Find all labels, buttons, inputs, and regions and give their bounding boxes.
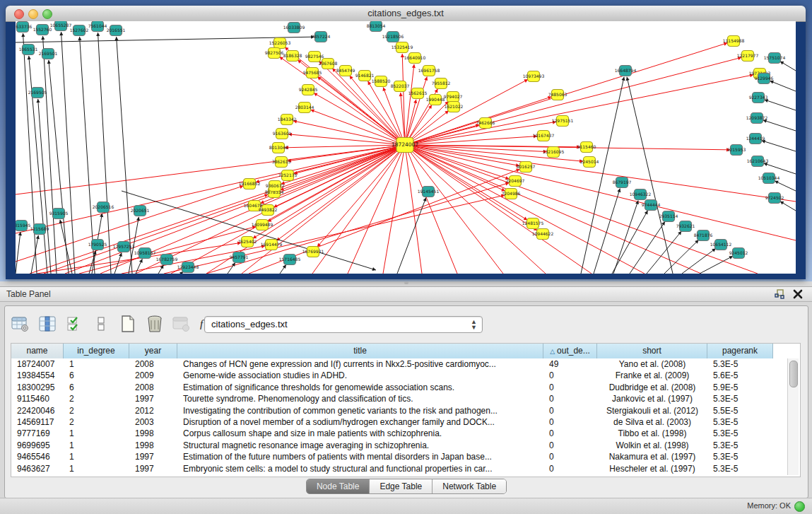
table-row[interactable]: 946554611997Estimation of the future num…: [11, 451, 776, 462]
graph-node[interactable]: 7561044: [88, 21, 107, 32]
black-edge[interactable]: [117, 37, 132, 274]
graph-node[interactable]: 10654112: [710, 240, 732, 250]
graph-node[interactable]: 8454749: [336, 66, 355, 76]
column-header-out-de-[interactable]: △out_de...: [543, 344, 597, 358]
black-edge[interactable]: [49, 60, 69, 274]
black-edge[interactable]: [762, 141, 796, 151]
column-header-short[interactable]: short: [597, 344, 707, 358]
delete-table-icon[interactable]: [145, 314, 165, 334]
graph-node[interactable]: 1527602: [70, 25, 89, 36]
graph-node[interactable]: 13216095: [543, 147, 565, 158]
graph-node[interactable]: 10167437: [533, 131, 555, 141]
red-edge[interactable]: [16, 145, 405, 233]
red-edge[interactable]: [405, 136, 537, 145]
graph-node[interactable]: 2016551: [107, 25, 126, 36]
graph-node[interactable]: 12093872: [746, 113, 768, 124]
black-edge[interactable]: [397, 197, 426, 274]
red-edge[interactable]: [30, 145, 405, 274]
graph-node[interactable]: 9227343: [749, 93, 768, 103]
graph-node[interactable]: 2204697: [506, 176, 525, 187]
graph-node[interactable]: 10958187: [134, 248, 156, 259]
graph-node[interactable]: 2020651: [131, 206, 150, 216]
network-window[interactable]: citations_edges.txt 18724007152260539827…: [6, 6, 806, 279]
graph-node[interactable]: 15716485: [279, 255, 301, 265]
rows-icon[interactable]: [91, 314, 111, 334]
graph-node[interactable]: 8471876: [694, 230, 713, 241]
graph-node[interactable]: 9827506: [265, 48, 284, 59]
graph-node[interactable]: 16914479: [261, 240, 283, 250]
graph-node[interactable]: 9163601: [273, 129, 292, 139]
red-edge[interactable]: [288, 134, 405, 145]
red-edge[interactable]: [281, 145, 405, 184]
graph-node[interactable]: 7955812: [432, 78, 451, 89]
table-scrollbar-thumb[interactable]: [789, 361, 798, 387]
red-edge[interactable]: [405, 145, 592, 274]
red-edge[interactable]: [383, 145, 405, 274]
graph-node[interactable]: 12923448: [177, 262, 199, 273]
graph-node[interactable]: 9457791: [230, 252, 249, 263]
column-header-pagerank[interactable]: pagerank: [707, 344, 773, 358]
graph-node[interactable]: 10655287: [50, 21, 72, 31]
tab-node-table[interactable]: Node Table: [307, 479, 370, 493]
column-header-name[interactable]: name: [11, 344, 64, 358]
table-row[interactable]: 911546021997Tourette syndrome. Phenomeno…: [11, 393, 776, 404]
graph-node[interactable]: 2633736: [16, 22, 33, 33]
table-row[interactable]: 946362711997Embryonic stem cells: a mode…: [11, 463, 776, 474]
graph-node[interactable]: 1588520: [372, 76, 391, 87]
graph-node[interactable]: 8813054: [367, 21, 386, 32]
graph-node[interactable]: 8522037: [391, 81, 410, 92]
graph-node[interactable]: 1065531: [19, 45, 38, 55]
graph-node[interactable]: 2169501: [39, 49, 58, 59]
graph-node[interactable]: 20206516: [93, 202, 114, 213]
graph-node[interactable]: 3862615: [272, 157, 291, 168]
graph-node[interactable]: 1552760: [33, 25, 52, 35]
graph-node[interactable]: 1244419: [746, 134, 765, 144]
red-edge[interactable]: [206, 183, 509, 274]
graph-node[interactable]: 9215953: [727, 145, 746, 156]
table-row[interactable]: 1830029562008Estimation of significance …: [11, 382, 776, 393]
graph-node[interactable]: 12975151: [552, 116, 574, 127]
black-edge[interactable]: [630, 221, 665, 274]
red-edge[interactable]: [294, 145, 405, 174]
select-all-icon[interactable]: [64, 314, 84, 334]
table-row[interactable]: 969969511998Structural magnetic resonanc…: [11, 440, 776, 451]
graph-node[interactable]: 7462666: [476, 118, 495, 129]
graph-node[interactable]: 7252175: [278, 170, 298, 181]
black-edge[interactable]: [612, 211, 648, 274]
table-row[interactable]: 1938455462009Genome-wide association stu…: [11, 370, 776, 381]
black-edge[interactable]: [763, 120, 796, 131]
split-pane-handle[interactable]: [404, 281, 408, 284]
show-columns-icon[interactable]: [37, 314, 57, 334]
graph-node[interactable]: 2803144: [295, 103, 314, 113]
black-edge[interactable]: [61, 32, 75, 274]
graph-node[interactable]: 8186328: [283, 51, 302, 62]
graph-node[interactable]: 9794027: [444, 92, 463, 103]
graph-node[interactable]: 1215689: [30, 224, 49, 235]
column-header-title[interactable]: title: [177, 344, 543, 358]
memory-status-icon[interactable]: [794, 501, 805, 512]
new-table-icon[interactable]: [118, 314, 138, 334]
graph-node[interactable]: 2245014: [580, 157, 599, 168]
graph-node[interactable]: 15226053: [269, 38, 291, 49]
graph-node[interactable]: 15325419: [392, 42, 413, 53]
tab-edge-table[interactable]: Edge Table: [370, 479, 433, 493]
graph-node[interactable]: 12217977: [737, 51, 759, 62]
graph-node[interactable]: 2935114: [659, 211, 678, 222]
float-window-icon[interactable]: [774, 288, 785, 300]
graph-node[interactable]: 9315905: [49, 209, 69, 219]
black-edge[interactable]: [765, 100, 796, 110]
graph-node[interactable]: 7857224: [312, 32, 331, 42]
table-row[interactable]: 1456911722003Disruption of a novel membe…: [11, 416, 776, 428]
graph-node[interactable]: 19166852: [239, 179, 261, 189]
graph-node[interactable]: 2367608: [319, 59, 338, 69]
graph-node[interactable]: 19218506: [382, 32, 404, 42]
black-edge[interactable]: [770, 81, 796, 91]
graph-node[interactable]: 16033809: [283, 23, 305, 33]
graph-node[interactable]: 7204986: [502, 189, 521, 199]
table-row[interactable]: 1872400712008Changes of HCN gene express…: [11, 358, 776, 370]
graph-node[interactable]: 9115460: [577, 142, 596, 153]
network-window-titlebar[interactable]: citations_edges.txt: [6, 6, 806, 22]
table-select-dropdown[interactable]: citations_edges.txt ▲▼: [204, 316, 483, 333]
red-edge[interactable]: [164, 195, 505, 274]
graph-node[interactable]: 7932621: [676, 221, 695, 232]
